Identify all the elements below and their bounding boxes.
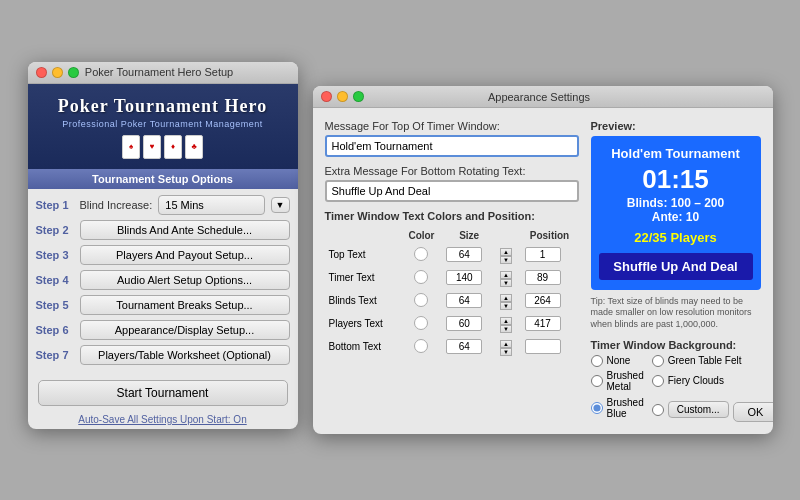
- preview-ante: Ante: 10: [599, 210, 753, 224]
- bg-radio-custom[interactable]: [652, 404, 664, 416]
- row-label-players: Players Text: [325, 312, 401, 335]
- players-pos-input[interactable]: [525, 316, 561, 331]
- top-size-input[interactable]: [446, 247, 482, 262]
- top-pos-cell: [521, 243, 579, 266]
- left-panel: Message For Top Of Timer Window: Extra M…: [325, 120, 579, 422]
- setup-window-title: Poker Tournament Hero Setup: [29, 66, 290, 78]
- app-subtitle: Professional Poker Tournament Management: [38, 119, 288, 129]
- bg-label-green: Green Table Felt: [668, 355, 742, 366]
- step-6-button[interactable]: Appearance/Display Setup...: [80, 320, 290, 340]
- bottom-color-circle[interactable]: [414, 339, 428, 353]
- bottom-size-spinner: ▲ ▼: [500, 340, 512, 356]
- players-size-spinner: ▲ ▼: [500, 317, 512, 333]
- row-label-blinds: Blinds Text: [325, 289, 401, 312]
- step-2-button[interactable]: Blinds And Ante Schedule...: [80, 220, 290, 240]
- blinds-size-up[interactable]: ▲: [500, 294, 512, 302]
- preview-tournament-name: Hold'em Tournament: [599, 146, 753, 161]
- players-color-circle[interactable]: [414, 316, 428, 330]
- timer-size-down[interactable]: ▼: [500, 279, 512, 287]
- bg-option-brushed-metal[interactable]: Brushed Metal: [591, 370, 644, 392]
- blinds-color-circle[interactable]: [414, 293, 428, 307]
- blinds-pos-input[interactable]: [525, 293, 561, 308]
- col-label: [325, 228, 401, 243]
- bg-options: None Green Table Felt Brushed Metal Fier…: [591, 355, 761, 422]
- preview-shuffle: Shuffle Up And Deal: [599, 253, 753, 280]
- bottom-message-label: Extra Message For Bottom Rotating Text:: [325, 165, 579, 177]
- step-3-button[interactable]: Players And Payout Setup...: [80, 245, 290, 265]
- timer-size-up[interactable]: ▲: [500, 271, 512, 279]
- bg-option-brushed-blue[interactable]: Brushed Blue: [591, 395, 644, 422]
- top-spin-cell: ▲ ▼: [496, 243, 520, 266]
- blinds-size-spinner: ▲ ▼: [500, 294, 512, 310]
- color-table: Color Size Position Top Text: [325, 228, 579, 358]
- step-row-1: Step 1 Blind Increase: 15 Mins ▼: [36, 195, 290, 215]
- table-row: Timer Text ▲ ▼: [325, 266, 579, 289]
- col-color: Color: [401, 228, 443, 243]
- step-label-7: Step 7: [36, 349, 74, 361]
- row-label-timer: Timer Text: [325, 266, 401, 289]
- blinds-size-down[interactable]: ▼: [500, 302, 512, 310]
- table-row: Players Text ▲ ▼: [325, 312, 579, 335]
- bg-option-green[interactable]: Green Table Felt: [652, 355, 773, 367]
- top-size-down[interactable]: ▼: [500, 256, 512, 264]
- bottom-size-down[interactable]: ▼: [500, 348, 512, 356]
- top-color-cell: [401, 243, 443, 266]
- custom-button[interactable]: Custom...: [668, 401, 729, 418]
- bg-radio-brushed-blue[interactable]: [591, 402, 603, 414]
- blinds-spin-cell: ▲ ▼: [496, 289, 520, 312]
- step-label-6: Step 6: [36, 324, 74, 336]
- blinds-size-input[interactable]: [446, 293, 482, 308]
- bg-label-fiery: Fiery Clouds: [668, 375, 724, 386]
- preview-blinds: Blinds: 100 – 200: [599, 196, 753, 210]
- blinds-pos-cell: [521, 289, 579, 312]
- card-4: ♣: [185, 135, 203, 159]
- players-size-input[interactable]: [446, 316, 482, 331]
- start-tournament-button[interactable]: Start Tournament: [38, 380, 288, 406]
- top-message-label: Message For Top Of Timer Window:: [325, 120, 579, 132]
- card-1: ♠: [122, 135, 140, 159]
- bg-radio-brushed-metal[interactable]: [591, 375, 603, 387]
- blind-increase-arrow[interactable]: ▼: [271, 197, 290, 213]
- bottom-size-input[interactable]: [446, 339, 482, 354]
- col-size: Size: [442, 228, 496, 243]
- bg-radio-none[interactable]: [591, 355, 603, 367]
- col-spacer: [496, 228, 520, 243]
- top-message-input[interactable]: [325, 135, 579, 157]
- step-row-4: Step 4 Audio Alert Setup Options...: [36, 270, 290, 290]
- bottom-color-cell: [401, 335, 443, 358]
- ok-button[interactable]: OK: [733, 402, 773, 422]
- bottom-pos-cell: [521, 335, 579, 358]
- setup-titlebar: Poker Tournament Hero Setup: [28, 62, 298, 84]
- bottom-size-up[interactable]: ▲: [500, 340, 512, 348]
- bg-radio-fiery[interactable]: [652, 375, 664, 387]
- autosave-text: Auto-Save All Settings Upon Start: On: [28, 410, 298, 429]
- col-position: Position: [521, 228, 579, 243]
- preview-box: Hold'em Tournament 01:15 Blinds: 100 – 2…: [591, 136, 761, 290]
- bg-option-fiery[interactable]: Fiery Clouds: [652, 370, 773, 392]
- step-7-button[interactable]: Players/Table Worksheet (Optional): [80, 345, 290, 365]
- top-pos-input[interactable]: [525, 247, 561, 262]
- top-color-circle[interactable]: [414, 247, 428, 261]
- preview-time: 01:15: [599, 165, 753, 194]
- step-row-5: Step 5 Tournament Breaks Setup...: [36, 295, 290, 315]
- top-size-up[interactable]: ▲: [500, 248, 512, 256]
- bottom-message-input[interactable]: [325, 180, 579, 202]
- bg-option-custom[interactable]: [652, 404, 664, 416]
- step-label-3: Step 3: [36, 249, 74, 261]
- top-size-cell: [442, 243, 496, 266]
- players-size-down[interactable]: ▼: [500, 325, 512, 333]
- bg-radio-green[interactable]: [652, 355, 664, 367]
- timer-pos-input[interactable]: [525, 270, 561, 285]
- card-3: ♦: [164, 135, 182, 159]
- players-size-up[interactable]: ▲: [500, 317, 512, 325]
- step-4-button[interactable]: Audio Alert Setup Options...: [80, 270, 290, 290]
- step-label-1: Step 1: [36, 199, 74, 211]
- bottom-pos-input[interactable]: [525, 339, 561, 354]
- bg-label-brushed-blue: Brushed Blue: [607, 397, 644, 419]
- step-5-button[interactable]: Tournament Breaks Setup...: [80, 295, 290, 315]
- step-row-3: Step 3 Players And Payout Setup...: [36, 245, 290, 265]
- blind-increase-value[interactable]: 15 Mins: [158, 195, 264, 215]
- bg-option-none[interactable]: None: [591, 355, 644, 367]
- timer-color-circle[interactable]: [414, 270, 428, 284]
- timer-size-input[interactable]: [446, 270, 482, 285]
